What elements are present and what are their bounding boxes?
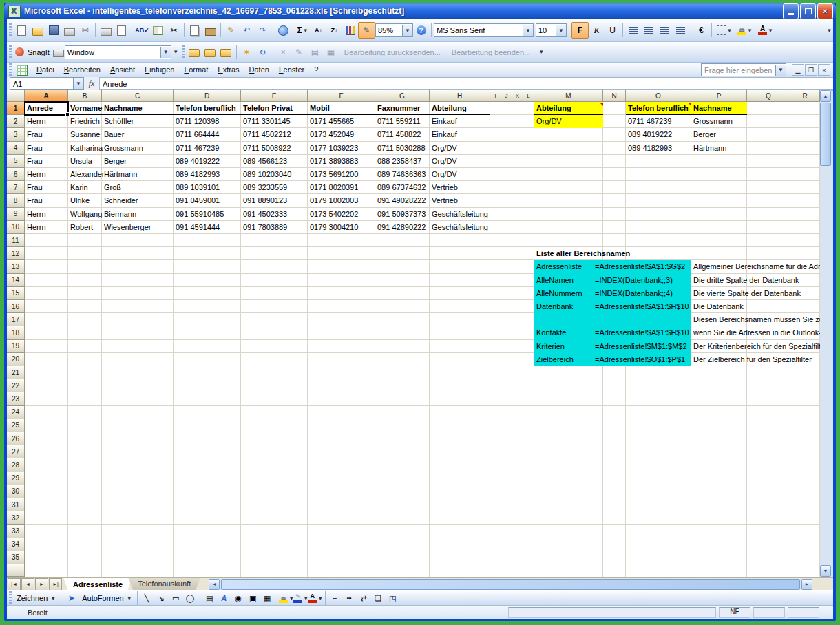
row-header-27[interactable]: 27 [7, 445, 25, 458]
align-left-icon[interactable] [625, 23, 641, 38]
menu-item-datei[interactable]: Datei [32, 63, 59, 76]
scroll-right-icon[interactable]: ► [801, 579, 812, 590]
row-header-14[interactable]: 14 [7, 274, 25, 287]
range-description[interactable]: Der Zielbereich für den Spezialfilter [693, 353, 812, 366]
row-header-7[interactable]: 7 [7, 181, 25, 194]
next-sheet-icon[interactable]: ► [35, 578, 48, 591]
clip-art-icon[interactable]: ▣ [246, 591, 260, 606]
snagit-window-combo[interactable]: Window ▼ [65, 45, 171, 59]
row-header-24[interactable]: 24 [7, 406, 25, 419]
line-color-icon[interactable]: ✎▼ [294, 591, 308, 606]
align-center-icon[interactable] [641, 23, 657, 38]
cell-H2[interactable]: Einkauf [432, 115, 457, 128]
cell-A9[interactable]: Herrn [27, 208, 46, 221]
shadow-style-icon[interactable]: ❏ [371, 591, 386, 606]
cell-D2[interactable]: 0711 120398 [176, 115, 219, 128]
workbook-close-button[interactable]: × [818, 64, 830, 76]
scroll-down-icon[interactable]: ▼ [820, 565, 831, 577]
range-formula[interactable]: =Adressenliste!$M$1:$M$2 [595, 340, 687, 353]
row-header-2[interactable]: 2 [7, 115, 25, 128]
column-header-D[interactable]: D [174, 90, 241, 102]
range-description[interactable]: wenn Sie die Adressen in die Outlook-Ko [693, 326, 820, 339]
menu-item-format[interactable]: Format [179, 63, 213, 76]
cell-D10[interactable]: 091 4591444 [176, 221, 220, 234]
cell-G8[interactable]: 091 49028222 [377, 194, 426, 207]
cell-A4[interactable]: Frau [27, 142, 43, 155]
window-icon[interactable]: ▦ [323, 45, 339, 60]
cell-D4[interactable]: 0711 467239 [176, 142, 219, 155]
merge-center-icon[interactable] [673, 23, 689, 38]
cell-G3[interactable]: 0711 458822 [377, 128, 421, 141]
row-header-30[interactable]: 30 [7, 485, 25, 498]
criteria-header[interactable]: Abteilung [536, 102, 571, 115]
cell-E7[interactable]: 089 3233559 [243, 181, 287, 194]
spreadsheet-grid[interactable]: ABCDEFGHIJKLMNOPQR1234567891011121314151… [7, 90, 820, 577]
save-icon[interactable] [45, 23, 61, 38]
cell-B8[interactable]: Ulrike [70, 194, 90, 207]
workbook-minimize-button[interactable]: ▁ [792, 64, 804, 76]
folder-up-icon[interactable] [218, 45, 234, 60]
sort-descending-icon[interactable]: Z↓ [326, 23, 342, 38]
tab-telefonauskunft[interactable]: Telefonauskunft [128, 578, 200, 590]
row-header-29[interactable]: 29 [7, 472, 25, 485]
cell-C1[interactable]: Nachname [104, 102, 143, 115]
cell-D7[interactable]: 089 1039101 [176, 181, 220, 194]
italic-button[interactable]: K [589, 23, 605, 38]
close-button[interactable]: × [817, 3, 833, 19]
sort-ascending-icon[interactable]: A↓ [311, 23, 326, 38]
snagit-label[interactable]: SnagIt [28, 48, 50, 56]
row-header-35[interactable]: 35 [7, 551, 25, 564]
menu-item-bearbeiten[interactable]: Bearbeiten [59, 63, 105, 76]
cell-E4[interactable]: 0711 5008922 [243, 142, 291, 155]
page-icon[interactable]: ▤ [307, 45, 323, 60]
cell-C4[interactable]: Grossmann [104, 142, 143, 155]
format-painter-icon[interactable]: ✎ [223, 23, 239, 38]
scroll-up-icon[interactable]: ▲ [820, 90, 831, 102]
row-header-19[interactable]: 19 [7, 340, 25, 353]
cell-B7[interactable]: Karin [70, 181, 88, 194]
print-icon[interactable] [98, 23, 114, 38]
result-cell[interactable]: Berger [693, 128, 716, 141]
cell-B2[interactable]: Friedrich [70, 115, 100, 128]
chevron-down-icon[interactable]: ▼ [523, 25, 533, 36]
cell-D5[interactable]: 089 4019222 [176, 155, 220, 168]
range-description[interactable]: Die Datenbank [693, 300, 744, 313]
draw-menu-button[interactable]: Zeichnen ▼ [14, 593, 59, 604]
column-header-B[interactable]: B [68, 90, 102, 102]
euro-style-button[interactable]: € [693, 23, 709, 38]
workbook-restore-button[interactable]: ❐ [805, 64, 817, 76]
range-name[interactable]: Zielbereich [536, 353, 574, 366]
rectangle-icon[interactable]: ▭ [169, 591, 183, 606]
menu-item-?[interactable]: ? [309, 63, 323, 76]
insert-hyperlink-icon[interactable] [275, 23, 291, 38]
borders-button[interactable]: ▼ [714, 23, 735, 38]
column-header-N[interactable]: N [603, 90, 626, 102]
result-cell[interactable]: Grossmann [693, 115, 733, 128]
cell-H7[interactable]: Vertrieb [432, 181, 458, 194]
row-header-12[interactable]: 12 [7, 247, 25, 260]
column-header-M[interactable]: M [534, 90, 603, 102]
result-header-phone[interactable]: Telefon beruflich [628, 102, 689, 115]
cell-A10[interactable]: Herrn [27, 221, 46, 234]
cell-C8[interactable]: Schneider [104, 194, 138, 207]
dash-style-icon[interactable]: ┅ [342, 591, 357, 606]
permission-icon[interactable] [61, 23, 77, 38]
folder-add-icon[interactable] [202, 45, 218, 60]
cell-E3[interactable]: 0711 4502212 [243, 128, 291, 141]
paste-icon[interactable] [202, 23, 218, 38]
cell-E6[interactable]: 089 10203040 [243, 168, 291, 181]
range-name[interactable]: AlleNamen [536, 274, 574, 287]
range-description[interactable]: Die vierte Spalte der Datenbank [693, 287, 801, 300]
row-header-11[interactable]: 11 [7, 234, 25, 247]
row-header-23[interactable]: 23 [7, 392, 25, 405]
row-header-18[interactable]: 18 [7, 326, 25, 339]
fill-color-icon[interactable]: ◛▼ [280, 591, 294, 606]
star-icon[interactable]: ✶ [239, 45, 255, 60]
row-header-17[interactable]: 17 [7, 313, 25, 326]
cell-G7[interactable]: 089 67374632 [377, 181, 426, 194]
insert-function-icon[interactable]: fx [84, 78, 99, 89]
cell-G10[interactable]: 091 42890222 [377, 221, 426, 234]
result-cell[interactable]: 089 4182993 [628, 142, 672, 155]
cell-H6[interactable]: Org/DV [432, 168, 457, 181]
toolbar-grip[interactable] [9, 591, 12, 605]
